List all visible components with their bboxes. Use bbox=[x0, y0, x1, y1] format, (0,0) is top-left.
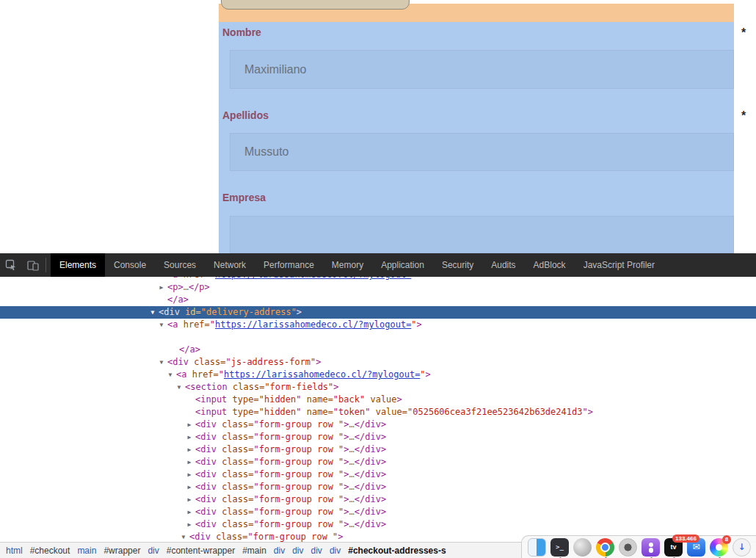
syntax-token: "token" bbox=[333, 407, 376, 417]
expand-arrow-icon[interactable]: ▶ bbox=[185, 518, 194, 531]
syntax-token: class= bbox=[222, 482, 253, 492]
tab-security[interactable]: Security bbox=[433, 253, 482, 277]
expand-arrow-icon[interactable]: ▶ bbox=[185, 506, 194, 518]
tree-line[interactable]: <input type="hidden" name="back" value> bbox=[0, 394, 756, 406]
syntax-token: <section bbox=[185, 382, 233, 392]
syntax-token: "form-group row " bbox=[253, 519, 344, 529]
tree-line[interactable]: ▼<section class="form-fields"> bbox=[0, 381, 756, 394]
tab-console[interactable]: Console bbox=[105, 253, 155, 277]
expand-arrow-icon[interactable]: ▶ bbox=[185, 468, 194, 481]
collapse-arrow-icon[interactable]: ▼ bbox=[157, 319, 166, 331]
text-input[interactable]: Maximiliano bbox=[230, 50, 734, 89]
tab-performance[interactable]: Performance bbox=[255, 253, 323, 277]
syntax-token: "form-group row " bbox=[253, 419, 344, 430]
tab-audits[interactable]: Audits bbox=[482, 253, 524, 277]
syntax-token: href= bbox=[183, 277, 210, 280]
syntax-token: <div bbox=[195, 494, 222, 504]
expand-arrow-icon[interactable]: ▶ bbox=[185, 443, 194, 456]
tab-sources[interactable]: Sources bbox=[155, 253, 205, 277]
attribute-link[interactable]: https://larissahomedeco.cl/?mylogout= bbox=[215, 277, 411, 280]
attribute-link[interactable]: https://larissahomedeco.cl/?mylogout= bbox=[215, 319, 411, 330]
syntax-token: "delivery-address" bbox=[201, 307, 297, 317]
tab-adblock[interactable]: AdBlock bbox=[525, 253, 575, 277]
syntax-token: … bbox=[349, 444, 355, 454]
breadcrumb-item[interactable]: div bbox=[148, 546, 159, 556]
tree-line-selected[interactable]: ▼<div id="delivery-address"> bbox=[0, 306, 756, 319]
tree-line[interactable]: ▶<div class="form-group row ">…</div> bbox=[0, 456, 756, 468]
required-asterisk: * bbox=[741, 26, 746, 40]
photos-icon[interactable]: 8 bbox=[710, 538, 728, 557]
syntax-token: class= bbox=[194, 357, 225, 367]
expand-arrow-icon[interactable]: ▶ bbox=[185, 493, 194, 506]
tree-line[interactable]: </a> bbox=[0, 344, 756, 356]
expand-arrow-icon[interactable]: ▶ bbox=[185, 431, 194, 443]
text-input[interactable] bbox=[230, 216, 734, 253]
tree-line[interactable]: ▶<p>…</p> bbox=[0, 281, 756, 294]
required-asterisk: * bbox=[741, 109, 746, 123]
expand-arrow-icon[interactable]: ▶ bbox=[157, 281, 166, 294]
collapse-arrow-icon[interactable]: ▼ bbox=[179, 531, 188, 542]
text-input[interactable]: Mussuto bbox=[230, 133, 734, 171]
tab-application[interactable]: Application bbox=[372, 253, 433, 277]
expand-arrow-icon[interactable]: ▶ bbox=[185, 481, 194, 493]
tab-network[interactable]: Network bbox=[205, 253, 255, 277]
tree-line[interactable] bbox=[0, 331, 756, 344]
tree-line[interactable]: ▼<div class="js-address-form"> bbox=[0, 356, 756, 369]
collapse-arrow-icon[interactable]: ▼ bbox=[166, 369, 175, 381]
inspect-element-icon[interactable] bbox=[0, 253, 22, 277]
screenshot-root: NombreMaximiliano*ApellidosMussuto*Empre… bbox=[0, 0, 756, 558]
tree-line[interactable]: ▶<div class="form-group row ">…</div> bbox=[0, 418, 756, 431]
breadcrumb-item[interactable]: #wrapper bbox=[103, 546, 140, 556]
tab-javascript-profiler[interactable]: JavaScript Profiler bbox=[575, 253, 664, 277]
launchpad-icon[interactable] bbox=[573, 538, 592, 557]
tree-line[interactable]: ▼<a href="https://larissahomedeco.cl/?my… bbox=[0, 369, 756, 381]
camera-icon[interactable] bbox=[619, 538, 637, 557]
breadcrumb-item[interactable]: #content-wrapper bbox=[167, 546, 235, 556]
tree-line[interactable]: ▼<a href="https://larissahomedeco.cl/?my… bbox=[0, 319, 756, 331]
syntax-token: <input bbox=[195, 407, 233, 417]
tree-line[interactable]: ▶<div class="form-group row ">…</div> bbox=[0, 493, 756, 506]
finder-icon[interactable] bbox=[528, 538, 546, 557]
tree-line[interactable]: <input type="hidden" name="token" value=… bbox=[0, 406, 756, 418]
collapse-arrow-icon[interactable]: ▼ bbox=[175, 381, 183, 394]
tree-line[interactable]: ▶<div class="form-group row ">…</div> bbox=[0, 431, 756, 443]
breadcrumb-item[interactable]: html bbox=[6, 546, 23, 556]
breadcrumb-item[interactable]: #main bbox=[242, 546, 266, 556]
expand-arrow-icon[interactable]: ▶ bbox=[185, 456, 194, 468]
collapse-arrow-icon[interactable]: ▼ bbox=[148, 306, 157, 319]
mail-icon[interactable]: ✉133.466 bbox=[687, 538, 705, 557]
collapse-arrow-icon[interactable]: ▼ bbox=[157, 356, 166, 369]
tree-line[interactable]: ▶<div class="form-group row ">…</div> bbox=[0, 443, 756, 456]
expand-arrow-icon[interactable]: ▶ bbox=[185, 418, 194, 431]
notification-badge: 133.466 bbox=[672, 535, 699, 543]
breadcrumb-item[interactable]: #checkout-addresses-s bbox=[348, 546, 446, 556]
breadcrumb-item[interactable]: main bbox=[77, 546, 96, 556]
attribute-link[interactable]: https://larissahomedeco.cl/?mylogout= bbox=[224, 369, 420, 380]
tree-line[interactable]: ▶<div class="form-group row ">…</div> bbox=[0, 468, 756, 481]
syntax-token: class= bbox=[222, 519, 253, 529]
syntax-token: <div bbox=[195, 444, 222, 454]
syntax-token: "form-fields" bbox=[264, 382, 333, 392]
breadcrumb-item[interactable]: div bbox=[274, 546, 285, 556]
tree-line[interactable]: ▶<div class="form-group row ">…</div> bbox=[0, 518, 756, 531]
tree-line[interactable]: ▶<div class="form-group row ">…</div> bbox=[0, 481, 756, 493]
syntax-token: <div bbox=[159, 307, 185, 317]
syntax-token: </div> bbox=[355, 419, 386, 430]
tab-elements[interactable]: Elements bbox=[51, 253, 105, 277]
syntax-token: <input bbox=[195, 394, 233, 405]
syntax-token: > bbox=[426, 369, 431, 380]
tab-memory[interactable]: Memory bbox=[323, 253, 372, 277]
breadcrumb-item[interactable]: div bbox=[330, 546, 341, 556]
syntax-token: "form-group row " bbox=[253, 444, 344, 454]
breadcrumb-item[interactable]: #checkout bbox=[30, 546, 70, 556]
breadcrumb-item[interactable]: div bbox=[292, 546, 303, 556]
breadcrumb-item[interactable]: div bbox=[311, 546, 322, 556]
downloads-icon[interactable]: ↓ bbox=[733, 538, 751, 557]
tree-line[interactable]: </a> bbox=[0, 294, 756, 306]
terminal-icon[interactable]: >_ bbox=[550, 538, 569, 557]
chrome-icon[interactable] bbox=[596, 538, 614, 557]
tree-line[interactable]: ▶<div class="form-group row ">…</div> bbox=[0, 506, 756, 518]
devtools-tabbar: ElementsConsoleSourcesNetworkPerformance… bbox=[0, 253, 756, 277]
device-toolbar-icon[interactable] bbox=[22, 253, 44, 277]
podcasts-icon[interactable] bbox=[641, 538, 660, 557]
